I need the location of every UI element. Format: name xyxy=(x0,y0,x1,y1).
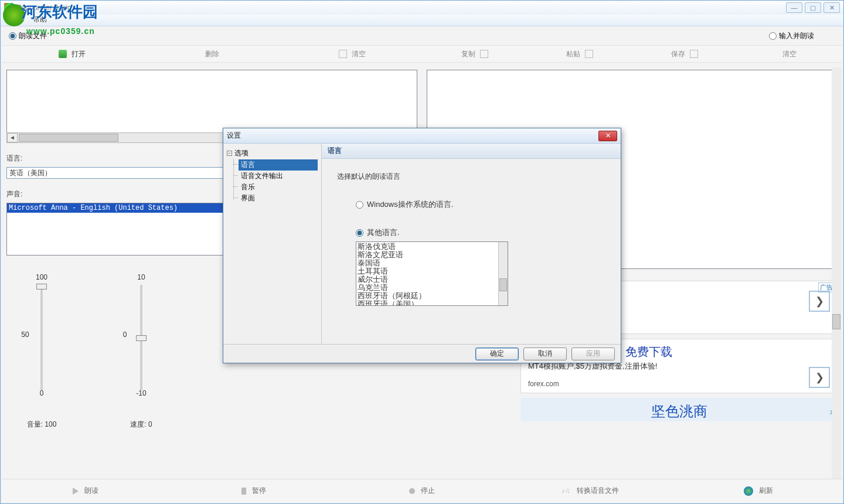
speed-slider[interactable]: 10 0 -10 速度: 0 xyxy=(118,273,165,430)
right-vscroll[interactable] xyxy=(832,67,841,479)
volume-slider[interactable]: 100 50 0 音量: 100 xyxy=(18,273,65,430)
app-icon xyxy=(4,3,13,12)
app-title: Panopreter Basic xyxy=(17,4,71,12)
options-tree[interactable]: −选项 语言 语音文件输出 音乐 界面 xyxy=(223,144,322,344)
tree-collapse-icon[interactable]: − xyxy=(227,151,232,156)
dialog-close-button[interactable]: ✕ xyxy=(598,131,617,141)
dialog-footer: 确定 取消 应用 xyxy=(223,344,621,363)
minimize-button[interactable]: — xyxy=(786,2,802,13)
stop-icon xyxy=(409,488,415,494)
option-other-lang[interactable]: 其他语言. xyxy=(356,227,605,238)
menu-help[interactable]: 帮助 xyxy=(33,15,47,23)
pause-button[interactable]: 暂停 xyxy=(170,486,338,496)
delete-button[interactable]: 删除 xyxy=(142,46,282,62)
open-button[interactable]: 打开 xyxy=(2,46,142,62)
mode-input-read[interactable]: 输入并朗读 xyxy=(422,31,835,41)
copy-button[interactable]: 复制 xyxy=(422,46,527,62)
refresh-icon xyxy=(744,486,753,496)
pause-icon xyxy=(241,488,246,495)
apply-button[interactable]: 应用 xyxy=(571,348,615,360)
tree-item-language[interactable]: 语言 xyxy=(239,159,318,171)
refresh-button[interactable]: 刷新 xyxy=(674,486,842,496)
dialog-titlebar[interactable]: 设置 ✕ xyxy=(223,128,621,144)
clear-icon xyxy=(339,50,347,58)
ad-block-3[interactable]: ✕ 坚色洮商 xyxy=(520,398,838,421)
dialog-content: 语言 选择默认的朗读语言 Windows操作系统的语言. 其他语言. 斯洛伐克语… xyxy=(322,144,621,344)
save-icon xyxy=(690,50,698,58)
prompt-text: 选择默认的朗读语言 xyxy=(337,172,605,182)
save-button[interactable]: 保存 xyxy=(632,46,737,62)
toolbar: 打开 删除 清空 复制 粘贴 保存 清空 xyxy=(2,45,842,63)
titlebar: Panopreter Basic — ▢ ✕ xyxy=(1,1,843,15)
clear-left-button[interactable]: 清空 xyxy=(282,46,422,62)
paste-button[interactable]: 粘贴 xyxy=(527,46,632,62)
copy-icon xyxy=(480,50,488,58)
tree-item-audio-output[interactable]: 语音文件输出 xyxy=(239,171,318,182)
open-icon xyxy=(59,50,67,58)
settings-dialog: 设置 ✕ −选项 语言 语音文件输出 音乐 界面 语言 选择默认的朗读语言 Wi… xyxy=(223,128,621,363)
paste-icon xyxy=(585,50,593,58)
ok-button[interactable]: 确定 xyxy=(475,348,519,360)
language-listbox[interactable]: 斯洛伐克语 斯洛文尼亚语 泰国语 土耳其语 威尔士语 乌克兰语 西班牙语（阿根廷… xyxy=(356,241,508,306)
cancel-button[interactable]: 取消 xyxy=(523,348,567,360)
section-heading: 语言 xyxy=(322,144,621,159)
menubar: 文件 帮助 xyxy=(1,15,843,26)
clear-right-button[interactable]: 清空 xyxy=(737,46,842,62)
tree-item-music[interactable]: 音乐 xyxy=(239,182,318,193)
play-button[interactable]: 朗读 xyxy=(2,486,170,496)
stop-button[interactable]: 停止 xyxy=(338,486,506,496)
convert-button[interactable]: ♪♫转换语音文件 xyxy=(506,486,674,496)
mode-read-file[interactable]: 朗读文件 xyxy=(9,31,422,41)
listbox-scrollbar[interactable] xyxy=(498,242,508,305)
option-windows-lang[interactable]: Windows操作系统的语言. xyxy=(356,199,605,210)
bottom-toolbar: 朗读 暂停 停止 ♪♫转换语音文件 刷新 xyxy=(2,479,842,502)
dialog-title: 设置 xyxy=(227,131,241,141)
maximize-button[interactable]: ▢ xyxy=(805,2,821,13)
convert-icon: ♪♫ xyxy=(561,486,571,496)
mode-selector: 朗读文件 输入并朗读 xyxy=(2,26,842,42)
tree-item-interface[interactable]: 界面 xyxy=(239,193,318,204)
close-button[interactable]: ✕ xyxy=(823,2,840,13)
file-list[interactable] xyxy=(6,70,417,133)
chevron-right-icon[interactable]: ❯ xyxy=(809,367,830,388)
menu-file[interactable]: 文件 xyxy=(6,15,21,23)
chevron-right-icon[interactable]: ❯ xyxy=(809,291,830,312)
play-icon xyxy=(73,488,79,495)
